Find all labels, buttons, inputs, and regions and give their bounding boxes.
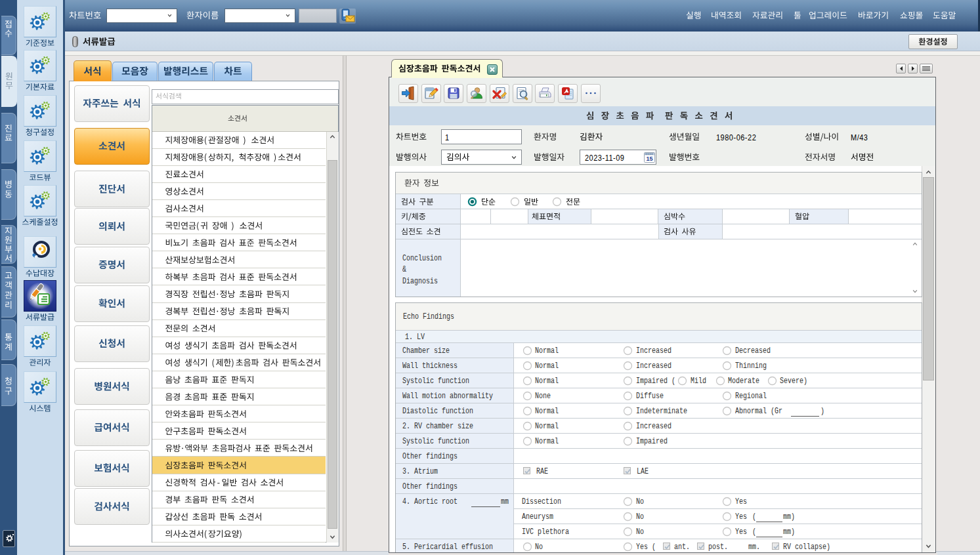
svg-text:15: 15 (646, 155, 652, 162)
